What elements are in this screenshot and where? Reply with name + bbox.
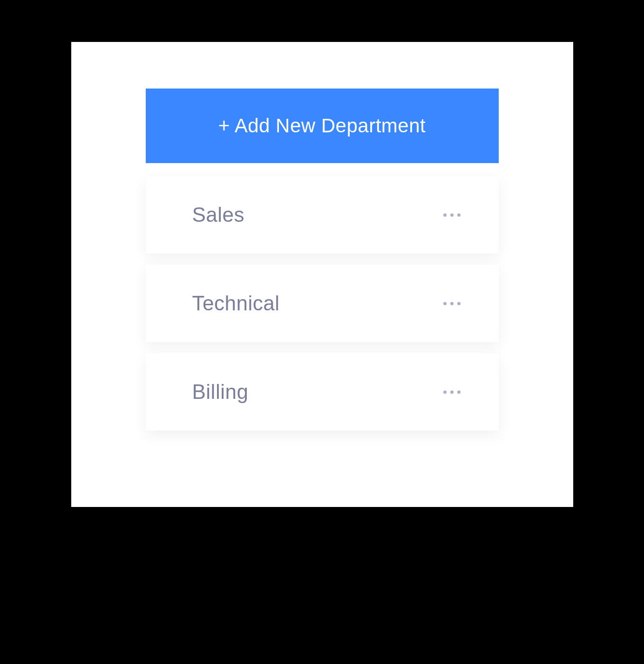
departments-panel: + Add New Department Sales Technical Bil… [71, 42, 573, 507]
department-item-billing[interactable]: Billing [146, 353, 499, 431]
more-icon[interactable] [439, 297, 465, 310]
department-label: Technical [192, 292, 280, 315]
department-item-technical[interactable]: Technical [146, 265, 499, 342]
department-label: Sales [192, 203, 245, 226]
more-icon[interactable] [439, 209, 465, 221]
department-label: Billing [192, 380, 249, 404]
add-department-button[interactable]: + Add New Department [146, 89, 499, 163]
department-item-sales[interactable]: Sales [146, 176, 499, 253]
more-icon[interactable] [439, 386, 465, 398]
